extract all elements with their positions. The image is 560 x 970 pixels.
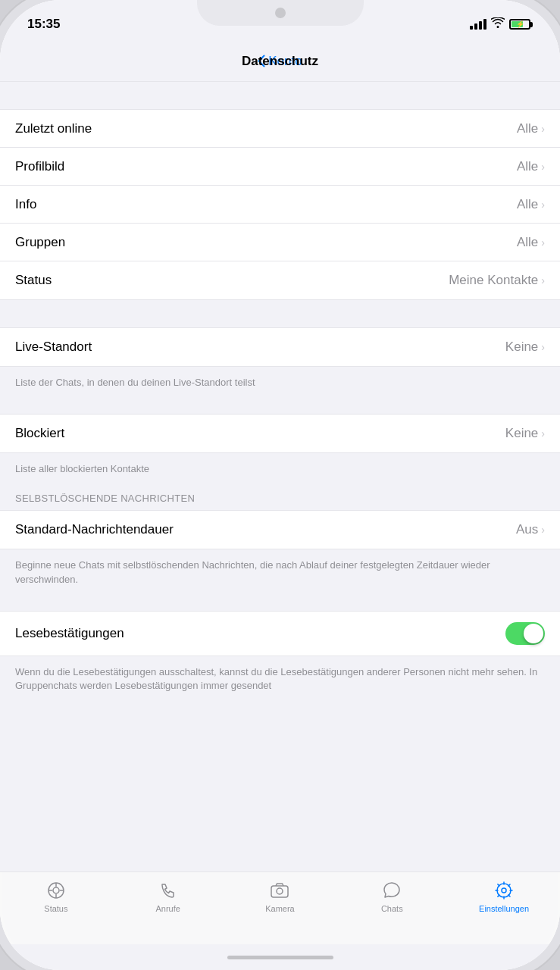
list-item[interactable]: Live-Standort Keine ›	[0, 328, 560, 366]
gruppen-value: Alle ›	[517, 235, 545, 250]
tab-settings-label: Einstellungen	[479, 904, 529, 913]
tab-chats[interactable]: Chats	[336, 880, 448, 913]
calls-icon	[158, 880, 179, 901]
chevron-icon: ›	[541, 236, 545, 249]
tab-bar: Status Anrufe Kamera	[0, 871, 560, 944]
status-label: Status	[15, 273, 52, 288]
read-receipts-description: Wenn du die Lesebestätigungen ausschalte…	[0, 656, 560, 703]
list-item[interactable]: Standard-Nachrichtendauer Aus ›	[0, 511, 560, 549]
battery-icon: ⚡	[509, 19, 533, 30]
scroll-area: Zuletzt online Alle › Profilbild Alle › …	[0, 82, 560, 871]
chevron-icon: ›	[541, 161, 545, 173]
camera-icon	[269, 880, 290, 901]
list-item[interactable]: Info Alle ›	[0, 186, 560, 224]
tab-chats-label: Chats	[381, 904, 403, 913]
visibility-group: Zuletzt online Alle › Profilbild Alle › …	[0, 109, 560, 300]
auto-delete-description: Beginne neue Chats mit selbstlöschenden …	[0, 549, 560, 596]
live-location-group: Live-Standort Keine ›	[0, 327, 560, 367]
tab-status-label: Status	[44, 904, 67, 913]
content-area: Zuletzt online Alle › Profilbild Alle › …	[0, 82, 560, 871]
status-icons: ⚡	[470, 17, 533, 31]
nachrichtendauer-value: Aus ›	[516, 522, 545, 537]
settings-icon	[493, 880, 515, 901]
svg-point-7	[277, 888, 283, 894]
zuletzt-online-value: Alle ›	[517, 121, 545, 136]
toggle-thumb	[524, 624, 543, 643]
status-icon	[45, 880, 67, 901]
top-spacer	[0, 82, 560, 109]
svg-point-1	[53, 887, 59, 893]
home-indicator	[0, 944, 560, 970]
wifi-icon	[491, 17, 505, 31]
list-item[interactable]: Gruppen Alle ›	[0, 224, 560, 261]
chevron-icon: ›	[541, 427, 545, 440]
info-label: Info	[15, 197, 36, 212]
nachrichtendauer-label: Standard-Nachrichtendauer	[15, 522, 174, 537]
lesebestatigungen-label: Lesebestätigungen	[15, 626, 124, 641]
live-standort-value: Keine ›	[505, 340, 545, 355]
page-title: Datenschutz	[242, 54, 318, 69]
gruppen-label: Gruppen	[15, 235, 65, 250]
profilbild-label: Profilbild	[15, 159, 64, 174]
chevron-icon: ›	[541, 199, 545, 211]
tab-camera[interactable]: Kamera	[224, 880, 336, 913]
tab-status[interactable]: Status	[0, 880, 112, 913]
live-standort-description: Liste der Chats, in denen du deinen Live…	[0, 367, 560, 400]
tab-calls[interactable]: Anrufe	[112, 880, 224, 913]
svg-point-9	[497, 884, 511, 897]
chevron-icon: ›	[541, 123, 545, 135]
chevron-icon: ›	[541, 524, 545, 536]
profilbild-value: Alle ›	[517, 159, 545, 174]
info-value: Alle ›	[517, 197, 545, 212]
bottom-spacer	[0, 703, 560, 731]
list-item[interactable]: Lesebestätigungen	[0, 612, 560, 656]
svg-point-8	[502, 888, 506, 893]
chats-icon	[381, 880, 402, 901]
tab-calls-label: Anrufe	[155, 904, 180, 913]
list-item[interactable]: Status Meine Kontakte ›	[0, 261, 560, 299]
nav-bar: Konto Datenschutz	[0, 41, 560, 82]
zuletzt-online-label: Zuletzt online	[15, 121, 92, 136]
auto-delete-group: Standard-Nachrichtendauer Aus ›	[0, 510, 560, 549]
auto-delete-section-header: SELBSTLÖSCHENDE NACHRICHTEN	[0, 487, 560, 510]
read-receipts-toggle[interactable]	[505, 622, 545, 645]
spacer-1	[0, 300, 560, 327]
blocked-description: Liste aller blockierten Kontakte	[0, 453, 560, 487]
list-item[interactable]: Profilbild Alle ›	[0, 148, 560, 186]
phone-frame: 15:35 ⚡	[0, 0, 560, 970]
front-camera	[275, 8, 286, 18]
status-time: 15:35	[27, 17, 60, 32]
live-standort-label: Live-Standort	[15, 340, 92, 355]
list-item[interactable]: Zuletzt online Alle ›	[0, 110, 560, 148]
home-bar	[227, 956, 333, 959]
chevron-icon: ›	[541, 274, 545, 286]
spacer-3	[0, 597, 560, 611]
list-item[interactable]: Blockiert Keine ›	[0, 415, 560, 452]
tab-camera-label: Kamera	[265, 904, 295, 913]
blocked-group: Blockiert Keine ›	[0, 414, 560, 453]
tab-settings[interactable]: Einstellungen	[448, 880, 560, 913]
blockiert-value: Keine ›	[505, 426, 545, 441]
status-value: Meine Kontakte ›	[449, 273, 545, 288]
read-receipts-group: Lesebestätigungen	[0, 611, 560, 656]
signal-icon	[470, 19, 486, 30]
notch	[197, 0, 364, 26]
blockiert-label: Blockiert	[15, 426, 64, 441]
chevron-icon: ›	[541, 341, 545, 353]
spacer-2	[0, 400, 560, 414]
